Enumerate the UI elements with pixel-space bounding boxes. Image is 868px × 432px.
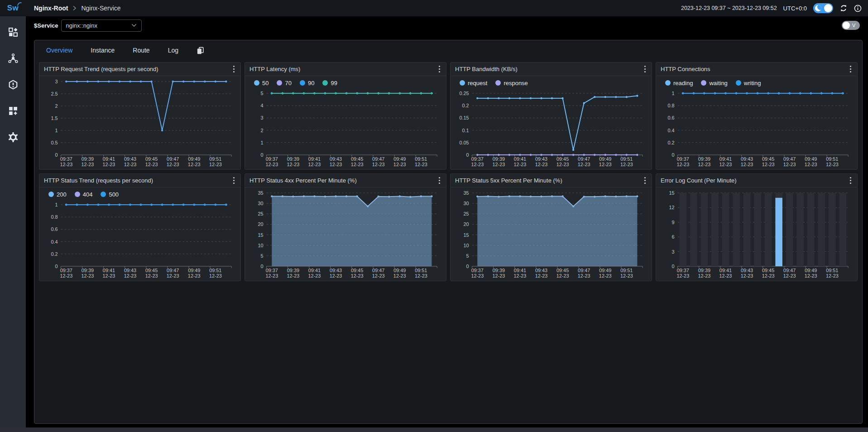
svg-text:10: 10 — [258, 243, 264, 248]
service-select[interactable]: nginx::nginx — [61, 19, 142, 32]
legend-item[interactable]: 404 — [75, 191, 93, 198]
version-toggle[interactable]: V — [842, 21, 860, 30]
tab-instance[interactable]: Instance — [91, 47, 115, 54]
chart-more-menu-icon[interactable] — [437, 64, 441, 74]
legend-item[interactable]: 70 — [277, 80, 291, 86]
svg-text:09:5112-23: 09:5112-23 — [620, 156, 633, 167]
chart-more-menu-icon[interactable] — [849, 64, 853, 74]
chart-more-menu-icon[interactable] — [849, 176, 853, 185]
version-toggle-knob — [843, 22, 850, 29]
legend-item[interactable]: response — [495, 80, 528, 86]
svg-text:09:3712-23: 09:3712-23 — [265, 156, 278, 167]
svg-text:2: 2 — [261, 128, 264, 133]
svg-text:0.1: 0.1 — [462, 128, 469, 133]
svg-text:09:4112-23: 09:4112-23 — [514, 268, 527, 278]
svg-text:09:3712-23: 09:3712-23 — [265, 268, 278, 278]
chart-more-menu-icon[interactable] — [232, 64, 236, 74]
chart-legend: readingwaitingwriting — [660, 77, 854, 89]
svg-text:09:4912-23: 09:4912-23 — [805, 268, 817, 278]
svg-text:09:4512-23: 09:4512-23 — [762, 268, 775, 278]
legend-item[interactable]: 50 — [254, 80, 269, 86]
dark-mode-toggle[interactable] — [813, 3, 833, 13]
legend-item[interactable]: 90 — [300, 80, 314, 86]
service-label: $Service — [34, 22, 58, 29]
horizontal-scrollbar[interactable] — [0, 427, 868, 432]
legend-dot-icon — [254, 80, 259, 86]
chart-card-http-connections: HTTP Connectionsreadingwaitingwriting00.… — [656, 62, 858, 170]
legend-item[interactable]: waiting — [701, 80, 727, 86]
refresh-icon[interactable] — [839, 4, 848, 12]
chart-more-menu-icon[interactable] — [232, 176, 236, 185]
legend-item[interactable]: 200 — [48, 191, 67, 198]
sidebar-item-settings[interactable] — [7, 131, 19, 143]
chevron-down-icon — [131, 24, 137, 27]
svg-text:35: 35 — [258, 190, 264, 196]
svg-text:35: 35 — [464, 190, 469, 196]
chart-more-menu-icon[interactable] — [643, 176, 647, 185]
svg-text:1.5: 1.5 — [51, 115, 58, 121]
info-icon[interactable] — [854, 5, 862, 12]
tab-overview[interactable]: Overview — [46, 47, 72, 54]
svg-text:09:4112-23: 09:4112-23 — [514, 156, 527, 167]
svg-text:2: 2 — [55, 103, 58, 109]
svg-text:3: 3 — [55, 79, 58, 84]
svg-text:09:4312-23: 09:4312-23 — [330, 156, 342, 167]
breadcrumb-current[interactable]: Nginx-Service — [81, 5, 120, 12]
svg-text:0.8: 0.8 — [51, 214, 58, 220]
legend-item[interactable]: 500 — [101, 191, 119, 198]
svg-text:09:5112-23: 09:5112-23 — [826, 268, 839, 278]
chart-plot: 0369121509:3712-2309:3912-2309:4112-2309… — [660, 188, 854, 281]
svg-text:09:4112-23: 09:4112-23 — [103, 268, 115, 278]
svg-text:0.25: 0.25 — [459, 91, 469, 96]
svg-text:5: 5 — [261, 253, 264, 259]
svg-text:0: 0 — [55, 264, 58, 269]
svg-text:0: 0 — [55, 152, 58, 158]
chart-plot: 0510152025303509:3712-2309:3912-2309:411… — [249, 188, 442, 281]
svg-text:0: 0 — [466, 152, 469, 158]
moon-icon — [815, 5, 821, 11]
svg-text:09:3712-23: 09:3712-23 — [60, 156, 72, 167]
svg-text:09:4312-23: 09:4312-23 — [124, 156, 137, 167]
svg-text:09:4912-23: 09:4912-23 — [393, 156, 406, 167]
copy-icon[interactable] — [197, 47, 204, 54]
svg-text:15: 15 — [258, 232, 264, 238]
svg-text:6: 6 — [672, 234, 675, 240]
svg-text:0: 0 — [672, 264, 675, 269]
svg-text:09:3912-23: 09:3912-23 — [698, 268, 710, 278]
svg-text:20: 20 — [258, 221, 264, 227]
legend-item[interactable]: request — [460, 80, 487, 86]
sidebar — [0, 16, 26, 427]
sidebar-item-alerting[interactable] — [7, 79, 19, 91]
svg-text:15: 15 — [669, 190, 675, 196]
svg-text:09:4512-23: 09:4512-23 — [556, 156, 569, 167]
charts-grid: HTTP Request Trend (requests per second)… — [34, 60, 862, 286]
svg-text:09:4712-23: 09:4712-23 — [578, 268, 590, 278]
time-range[interactable]: 2023-12-23 09:37 ~ 2023-12-23 09:52 — [681, 5, 777, 11]
chart-more-menu-icon[interactable] — [643, 64, 647, 74]
sidebar-item-topology[interactable] — [7, 53, 19, 64]
chart-plot: 00.050.10.150.20.2509:3712-2309:3912-230… — [454, 89, 648, 169]
svg-text:09:4912-23: 09:4912-23 — [599, 156, 612, 167]
main-content: Overview Instance Route Log HTTP Request… — [26, 34, 868, 427]
sidebar-item-widgets[interactable] — [7, 105, 19, 117]
legend-item[interactable]: reading — [665, 80, 693, 86]
legend-item[interactable]: writing — [736, 80, 761, 86]
legend-item[interactable]: 99 — [322, 80, 337, 86]
chart-card-http-bandwidth: HTTP Bandwidth (KB/s)requestresponse00.0… — [450, 62, 652, 170]
breadcrumb-root[interactable]: Nginx-Root — [34, 5, 68, 12]
legend-dot-icon — [277, 80, 282, 86]
legend-label: 50 — [262, 80, 269, 86]
svg-text:09:4112-23: 09:4112-23 — [719, 156, 732, 167]
svg-text:09:3912-23: 09:3912-23 — [81, 268, 94, 278]
svg-text:0.05: 0.05 — [459, 140, 469, 145]
sidebar-item-dashboards[interactable] — [7, 26, 19, 38]
app-logo[interactable]: Sw — [0, 4, 26, 13]
chart-more-menu-icon[interactable] — [437, 176, 441, 185]
svg-text:0.8: 0.8 — [668, 103, 675, 108]
dashboard-panel: Overview Instance Route Log HTTP Request… — [34, 40, 863, 424]
svg-text:20: 20 — [464, 221, 469, 227]
svg-text:0.6: 0.6 — [668, 115, 675, 120]
tab-route[interactable]: Route — [133, 47, 149, 54]
tab-log[interactable]: Log — [168, 47, 178, 54]
svg-text:0.6: 0.6 — [51, 226, 58, 232]
